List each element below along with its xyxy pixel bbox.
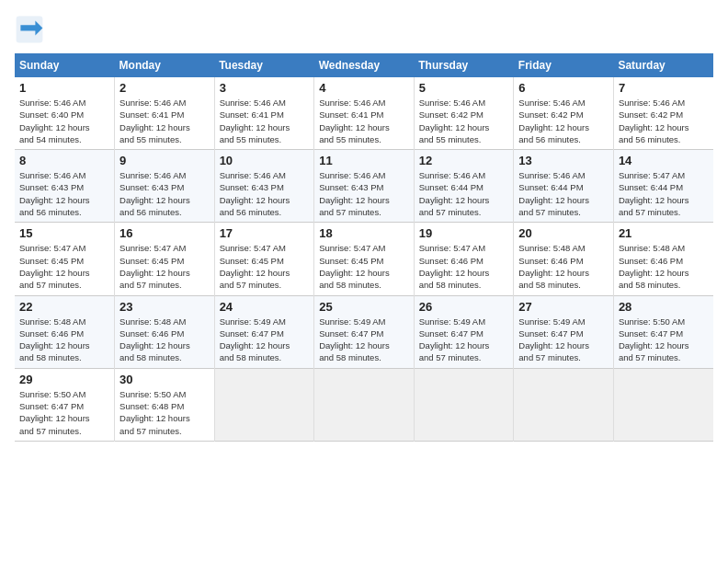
calendar-cell: 21Sunrise: 5:48 AM Sunset: 6:46 PM Dayli…	[613, 223, 713, 295]
day-number: 3	[220, 81, 310, 95]
col-header-thursday: Thursday	[414, 53, 514, 77]
day-info: Sunrise: 5:47 AM Sunset: 6:45 PM Dayligh…	[319, 242, 409, 291]
day-number: 27	[518, 300, 609, 314]
calendar-header-row: SundayMondayTuesdayWednesdayThursdayFrid…	[15, 53, 713, 77]
day-info: Sunrise: 5:48 AM Sunset: 6:46 PM Dayligh…	[19, 316, 109, 364]
calendar-cell: 24Sunrise: 5:49 AM Sunset: 6:47 PM Dayli…	[214, 295, 314, 368]
day-info: Sunrise: 5:46 AM Sunset: 6:41 PM Dayligh…	[319, 97, 409, 145]
calendar-table: SundayMondayTuesdayWednesdayThursdayFrid…	[15, 53, 713, 442]
calendar-week-4: 22Sunrise: 5:48 AM Sunset: 6:46 PM Dayli…	[15, 295, 713, 368]
day-info: Sunrise: 5:47 AM Sunset: 6:46 PM Dayligh…	[419, 242, 509, 291]
day-number: 26	[419, 300, 509, 314]
calendar-cell: 16Sunrise: 5:47 AM Sunset: 6:45 PM Dayli…	[115, 223, 215, 295]
calendar-week-2: 8Sunrise: 5:46 AM Sunset: 6:43 PM Daylig…	[15, 150, 713, 223]
calendar-cell: 2Sunrise: 5:46 AM Sunset: 6:41 PM Daylig…	[115, 77, 215, 150]
calendar-cell: 27Sunrise: 5:49 AM Sunset: 6:47 PM Dayli…	[514, 295, 614, 368]
calendar-cell: 1Sunrise: 5:46 AM Sunset: 6:40 PM Daylig…	[15, 77, 115, 150]
day-number: 12	[419, 154, 509, 167]
calendar-cell: 28Sunrise: 5:50 AM Sunset: 6:47 PM Dayli…	[613, 295, 713, 368]
calendar-cell	[214, 368, 314, 441]
day-info: Sunrise: 5:47 AM Sunset: 6:45 PM Dayligh…	[119, 242, 210, 291]
day-number: 22	[19, 300, 109, 314]
day-number: 11	[319, 154, 409, 167]
col-header-saturday: Saturday	[613, 53, 713, 77]
calendar-cell: 9Sunrise: 5:46 AM Sunset: 6:43 PM Daylig…	[115, 150, 215, 223]
calendar-cell: 8Sunrise: 5:46 AM Sunset: 6:43 PM Daylig…	[15, 150, 115, 223]
calendar-cell: 14Sunrise: 5:47 AM Sunset: 6:44 PM Dayli…	[613, 150, 713, 223]
day-number: 10	[220, 154, 310, 167]
calendar-cell: 15Sunrise: 5:47 AM Sunset: 6:45 PM Dayli…	[15, 223, 115, 295]
day-info: Sunrise: 5:46 AM Sunset: 6:44 PM Dayligh…	[518, 169, 609, 218]
day-number: 4	[319, 81, 409, 95]
day-number: 18	[319, 226, 409, 240]
day-info: Sunrise: 5:46 AM Sunset: 6:44 PM Dayligh…	[419, 169, 509, 218]
day-number: 23	[119, 300, 210, 314]
calendar-cell	[414, 368, 514, 441]
logo-icon	[15, 15, 44, 44]
day-number: 14	[619, 154, 709, 167]
day-info: Sunrise: 5:47 AM Sunset: 6:45 PM Dayligh…	[19, 242, 109, 291]
day-number: 17	[220, 226, 310, 240]
col-header-wednesday: Wednesday	[314, 53, 415, 77]
day-info: Sunrise: 5:46 AM Sunset: 6:43 PM Dayligh…	[220, 169, 310, 218]
day-number: 9	[119, 154, 210, 167]
day-info: Sunrise: 5:49 AM Sunset: 6:47 PM Dayligh…	[220, 316, 310, 364]
calendar-cell: 7Sunrise: 5:46 AM Sunset: 6:42 PM Daylig…	[613, 77, 713, 150]
day-number: 30	[119, 373, 210, 386]
day-info: Sunrise: 5:46 AM Sunset: 6:40 PM Dayligh…	[19, 97, 109, 145]
calendar-cell: 26Sunrise: 5:49 AM Sunset: 6:47 PM Dayli…	[414, 295, 514, 368]
col-header-tuesday: Tuesday	[214, 53, 314, 77]
day-number: 1	[19, 81, 109, 95]
col-header-sunday: Sunday	[15, 53, 115, 77]
calendar-cell: 23Sunrise: 5:48 AM Sunset: 6:46 PM Dayli…	[115, 295, 215, 368]
day-number: 16	[119, 226, 210, 240]
day-number: 28	[619, 300, 709, 314]
day-info: Sunrise: 5:47 AM Sunset: 6:45 PM Dayligh…	[220, 242, 310, 291]
calendar-cell: 13Sunrise: 5:46 AM Sunset: 6:44 PM Dayli…	[514, 150, 614, 223]
day-info: Sunrise: 5:48 AM Sunset: 6:46 PM Dayligh…	[518, 242, 609, 291]
calendar-cell: 20Sunrise: 5:48 AM Sunset: 6:46 PM Dayli…	[514, 223, 614, 295]
day-info: Sunrise: 5:50 AM Sunset: 6:48 PM Dayligh…	[119, 388, 210, 437]
day-number: 13	[518, 154, 609, 167]
calendar-cell: 19Sunrise: 5:47 AM Sunset: 6:46 PM Dayli…	[414, 223, 514, 295]
day-info: Sunrise: 5:46 AM Sunset: 6:43 PM Dayligh…	[19, 169, 109, 218]
day-info: Sunrise: 5:50 AM Sunset: 6:47 PM Dayligh…	[619, 316, 709, 364]
day-info: Sunrise: 5:47 AM Sunset: 6:44 PM Dayligh…	[619, 169, 709, 218]
day-number: 25	[319, 300, 409, 314]
calendar-week-3: 15Sunrise: 5:47 AM Sunset: 6:45 PM Dayli…	[15, 223, 713, 295]
calendar-cell	[314, 368, 415, 441]
day-info: Sunrise: 5:49 AM Sunset: 6:47 PM Dayligh…	[419, 316, 509, 364]
day-info: Sunrise: 5:46 AM Sunset: 6:43 PM Dayligh…	[119, 169, 210, 218]
day-number: 6	[518, 81, 609, 95]
col-header-monday: Monday	[115, 53, 215, 77]
calendar-cell: 18Sunrise: 5:47 AM Sunset: 6:45 PM Dayli…	[314, 223, 415, 295]
day-info: Sunrise: 5:46 AM Sunset: 6:42 PM Dayligh…	[518, 97, 609, 145]
calendar-cell: 29Sunrise: 5:50 AM Sunset: 6:47 PM Dayli…	[15, 368, 115, 441]
day-info: Sunrise: 5:50 AM Sunset: 6:47 PM Dayligh…	[19, 388, 109, 437]
calendar-cell: 5Sunrise: 5:46 AM Sunset: 6:42 PM Daylig…	[414, 77, 514, 150]
calendar-cell: 6Sunrise: 5:46 AM Sunset: 6:42 PM Daylig…	[514, 77, 614, 150]
calendar-cell: 22Sunrise: 5:48 AM Sunset: 6:46 PM Dayli…	[15, 295, 115, 368]
calendar-cell: 3Sunrise: 5:46 AM Sunset: 6:41 PM Daylig…	[214, 77, 314, 150]
calendar-cell	[613, 368, 713, 441]
calendar-week-1: 1Sunrise: 5:46 AM Sunset: 6:40 PM Daylig…	[15, 77, 713, 150]
calendar-cell: 4Sunrise: 5:46 AM Sunset: 6:41 PM Daylig…	[314, 77, 415, 150]
day-info: Sunrise: 5:46 AM Sunset: 6:42 PM Dayligh…	[619, 97, 709, 145]
day-number: 5	[419, 81, 509, 95]
logo	[15, 15, 48, 44]
day-number: 24	[220, 300, 310, 314]
calendar-cell: 25Sunrise: 5:49 AM Sunset: 6:47 PM Dayli…	[314, 295, 415, 368]
day-number: 15	[19, 226, 109, 240]
calendar-cell: 11Sunrise: 5:46 AM Sunset: 6:43 PM Dayli…	[314, 150, 415, 223]
day-info: Sunrise: 5:46 AM Sunset: 6:41 PM Dayligh…	[119, 97, 210, 145]
day-number: 21	[619, 226, 709, 240]
calendar-week-5: 29Sunrise: 5:50 AM Sunset: 6:47 PM Dayli…	[15, 368, 713, 441]
day-info: Sunrise: 5:46 AM Sunset: 6:43 PM Dayligh…	[319, 169, 409, 218]
col-header-friday: Friday	[514, 53, 614, 77]
day-info: Sunrise: 5:48 AM Sunset: 6:46 PM Dayligh…	[119, 316, 210, 364]
calendar-cell: 30Sunrise: 5:50 AM Sunset: 6:48 PM Dayli…	[115, 368, 215, 441]
day-number: 8	[19, 154, 109, 167]
page-header	[15, 15, 713, 44]
day-info: Sunrise: 5:46 AM Sunset: 6:41 PM Dayligh…	[220, 97, 310, 145]
day-number: 2	[119, 81, 210, 95]
